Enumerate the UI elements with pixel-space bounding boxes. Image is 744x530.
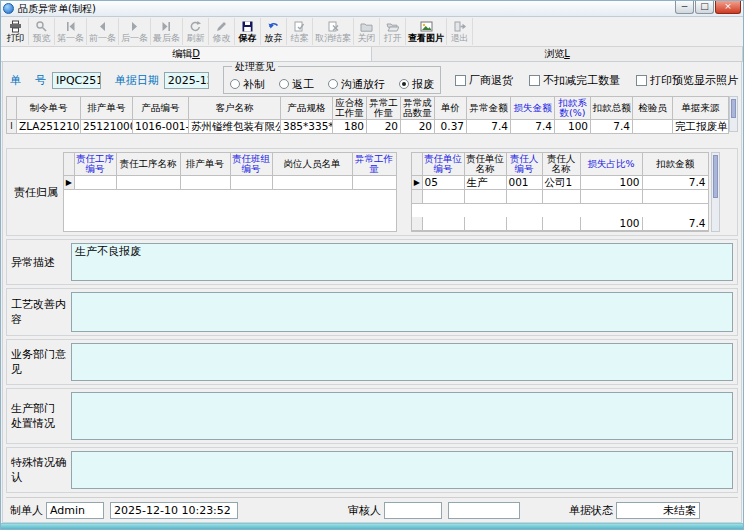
col-header[interactable]: 扣款系数(%): [555, 97, 591, 120]
maximize-button[interactable]: □: [695, 1, 714, 14]
created-time-field[interactable]: 2025-12-10 10:23:52: [110, 502, 238, 519]
col-header[interactable]: 扣款总额: [591, 97, 633, 120]
cell[interactable]: 苏州镒维包装有限公司: [189, 120, 281, 134]
cell[interactable]: 385*335*180: [281, 120, 333, 134]
cell[interactable]: ZLA251210001: [17, 120, 81, 134]
cell[interactable]: 1016-001-01: [133, 120, 189, 134]
cell[interactable]: [633, 120, 673, 134]
cell[interactable]: 20: [401, 120, 435, 134]
checkbox-vendor-return[interactable]: 厂商退货: [455, 73, 513, 88]
col-header[interactable]: 责任工序编号: [74, 153, 116, 176]
tab-edit[interactable]: 编辑D: [1, 47, 372, 61]
abnormal-desc-textarea[interactable]: 生产不良报废: [71, 243, 733, 281]
scrollbar-thumb[interactable]: [731, 99, 736, 118]
audit-time-field[interactable]: [448, 502, 520, 519]
col-header[interactable]: 责任人编号: [506, 153, 542, 176]
col-header[interactable]: 排产单号: [180, 153, 230, 176]
cell[interactable]: 7.4: [591, 120, 633, 134]
special-confirm-textarea[interactable]: [71, 451, 733, 489]
cell[interactable]: 180: [333, 120, 367, 134]
checkbox-preview-photo[interactable]: 打印预览显示照片: [636, 73, 738, 88]
col-header[interactable]: 排产单号: [81, 97, 133, 120]
cell[interactable]: 7.4: [642, 176, 708, 190]
cancel-close-case-button[interactable]: 取消结案: [313, 18, 354, 45]
discard-button[interactable]: 放弃: [261, 18, 287, 45]
cell[interactable]: 7.4: [467, 120, 511, 134]
cell[interactable]: 100: [555, 120, 591, 134]
cell[interactable]: [74, 176, 116, 190]
print-button[interactable]: 打印: [3, 18, 29, 45]
col-header[interactable]: 责任工序名称: [116, 153, 180, 176]
exit-button[interactable]: 退出: [447, 18, 473, 45]
cell[interactable]: 生产: [464, 176, 506, 190]
close-button[interactable]: ×: [715, 1, 741, 14]
cell[interactable]: 7.4: [511, 120, 555, 134]
view-image-button[interactable]: 查看图片: [406, 18, 447, 45]
radio-remake[interactable]: 补制: [230, 77, 265, 92]
unit-grid-scrollbar[interactable]: [711, 152, 720, 232]
cell[interactable]: 05: [422, 176, 464, 190]
col-header[interactable]: 产品编号: [133, 97, 189, 120]
cell[interactable]: 0.37: [435, 120, 467, 134]
main-grid-scrollbar[interactable]: [729, 96, 738, 132]
cell[interactable]: [116, 176, 180, 190]
col-header[interactable]: 应合格工作量: [333, 97, 367, 120]
radio-release[interactable]: 沟通放行: [328, 77, 385, 92]
cell[interactable]: 001: [506, 176, 542, 190]
cell[interactable]: 公司1: [542, 176, 580, 190]
col-header[interactable]: 扣款金额: [642, 153, 708, 176]
open-button[interactable]: 打开: [380, 18, 406, 45]
col-header[interactable]: 责任人名称: [542, 153, 580, 176]
col-header[interactable]: 损失占比%: [580, 153, 642, 176]
col-header[interactable]: 客户名称: [189, 97, 281, 120]
col-header[interactable]: 损失金额: [511, 97, 555, 120]
creator-field[interactable]: Admin: [46, 502, 104, 519]
col-header[interactable]: 异常成品数量: [401, 97, 435, 120]
cell[interactable]: [352, 176, 396, 190]
doc-status-field[interactable]: 未结案: [616, 502, 700, 519]
doc-date-input[interactable]: 2025-12-10: [164, 72, 209, 89]
cell[interactable]: 100: [580, 176, 642, 190]
next-record-button[interactable]: 后一条: [119, 18, 151, 45]
col-header[interactable]: 异常金额: [467, 97, 511, 120]
last-record-button[interactable]: 最后条: [151, 18, 183, 45]
refresh-button[interactable]: 刷新: [183, 18, 209, 45]
process-improve-textarea[interactable]: [71, 292, 733, 332]
edit-button[interactable]: 修改: [209, 18, 235, 45]
col-header[interactable]: 岗位人员名单: [272, 153, 352, 176]
radio-scrap[interactable]: 报废: [399, 77, 434, 92]
col-header[interactable]: 产品规格: [281, 97, 333, 120]
minimize-button[interactable]: −: [675, 1, 694, 14]
col-header[interactable]: 责任班组编号: [230, 153, 272, 176]
first-record-button[interactable]: 第一条: [55, 18, 87, 45]
col-header[interactable]: 检验员: [633, 97, 673, 120]
business-opinion-textarea[interactable]: [71, 343, 733, 381]
prev-record-button[interactable]: 前一条: [87, 18, 119, 45]
auditor-field[interactable]: [384, 502, 442, 519]
preview-button[interactable]: 预览: [29, 18, 55, 45]
cell[interactable]: [230, 176, 272, 190]
save-button[interactable]: 保存: [235, 18, 261, 45]
col-header[interactable]: 异常工作量: [367, 97, 401, 120]
col-header[interactable]: 单价: [435, 97, 467, 120]
cell[interactable]: [272, 176, 352, 190]
responsibility-panel: 责任归属 责任工序编号 责任工序名称 排产单号 责任班组编号 岗位人员名单 异常…: [6, 148, 738, 236]
cell[interactable]: 完工报废单: [673, 120, 729, 134]
tab-browse[interactable]: 浏览L: [372, 47, 743, 61]
radio-rework[interactable]: 返工: [279, 77, 314, 92]
col-header[interactable]: 责任单位名称: [464, 153, 506, 176]
scrollbar-thumb[interactable]: [713, 155, 718, 198]
close-button-toolbar[interactable]: 关闭: [354, 18, 380, 45]
close-case-button[interactable]: 结案: [287, 18, 313, 45]
col-header[interactable]: 异常工作量: [352, 153, 396, 176]
col-header[interactable]: 责任单位编号: [422, 153, 464, 176]
col-header[interactable]: 单据来源: [673, 97, 729, 120]
checkbox-no-deduct[interactable]: 不扣减完工数量: [529, 73, 620, 88]
doc-no-input[interactable]: IPQC2512100001: [52, 72, 101, 89]
col-header[interactable]: 制令单号: [17, 97, 81, 120]
cell[interactable]: 2512100001: [81, 120, 133, 134]
cell[interactable]: 20: [367, 120, 401, 134]
production-disposal-textarea[interactable]: [71, 392, 733, 440]
cell[interactable]: [180, 176, 230, 190]
last-record-icon: [160, 20, 173, 33]
